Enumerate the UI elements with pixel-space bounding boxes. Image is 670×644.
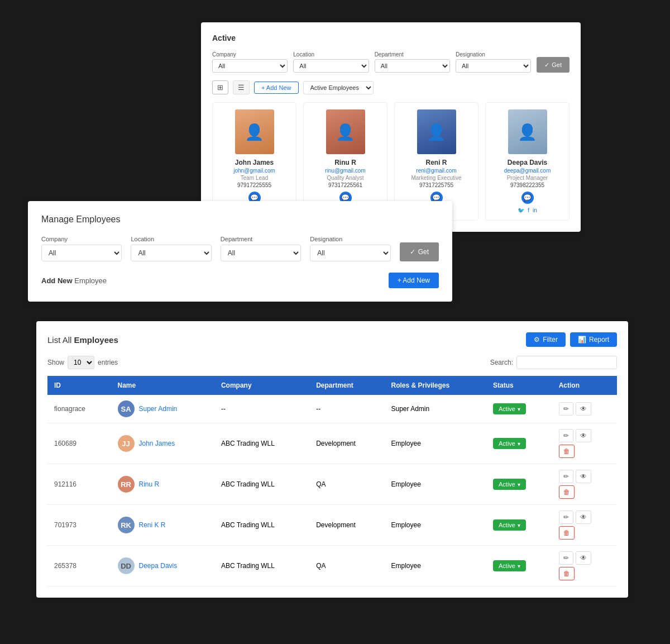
rinu-phone: 97317225561 [308, 182, 382, 188]
employee-name-link[interactable]: Reni K R [139, 521, 166, 529]
list-filter-button[interactable]: ⚙ Filter [526, 332, 566, 347]
cell-id: 701973 [47, 505, 111, 546]
delete-button[interactable]: 🗑 [559, 445, 575, 458]
col-company: Company [214, 376, 309, 395]
active-card-panel: Active Company All Location All Departme… [201, 22, 581, 232]
cell-id: fionagrace [47, 395, 111, 423]
card-designation-select[interactable]: All [456, 59, 531, 73]
manage-department-select[interactable]: All [221, 245, 301, 261]
add-new-text: Add New Employee [41, 276, 107, 285]
delete-button[interactable]: 🗑 [559, 526, 575, 540]
edit-button[interactable]: ✏ [559, 402, 573, 416]
manage-designation-select[interactable]: All [310, 245, 390, 261]
employee-name-link[interactable]: Super Admin [139, 405, 178, 413]
john-avatar-placeholder: 👤 [235, 109, 274, 154]
deepa-facebook-icon[interactable]: f [528, 207, 529, 213]
add-new-employee-button[interactable]: + Add New [389, 273, 439, 288]
grid-view-button[interactable]: ⊞ [212, 80, 228, 94]
report-chart-icon: 📊 [578, 336, 586, 344]
edit-button[interactable]: ✏ [559, 551, 573, 565]
employee-name-link[interactable]: Deepa Davis [139, 562, 178, 570]
action-bottom-row: 🗑 [559, 526, 610, 540]
status-badge[interactable]: Active [493, 560, 526, 571]
col-name: Name [111, 376, 214, 395]
action-buttons: ✏👁🗑 [559, 429, 610, 458]
delete-button[interactable]: 🗑 [559, 485, 575, 499]
card-location-select[interactable]: All [293, 59, 368, 73]
rinu-avatar-placeholder: 👤 [326, 109, 365, 154]
cell-company: -- [214, 395, 309, 423]
card-location-label: Location [293, 51, 368, 58]
emp-avatar-john: 👤 [235, 109, 274, 154]
emp-card-deepa: 👤 Deepa Davis deepa@gmail.com Project Ma… [485, 102, 570, 221]
edit-button[interactable]: ✏ [559, 470, 573, 483]
card-department-select[interactable]: All [375, 59, 450, 73]
status-badge[interactable]: Active [493, 519, 526, 531]
col-status: Status [486, 376, 552, 395]
card-status-select[interactable]: Active Employees [303, 81, 374, 94]
list-employees-panel: List All Employees ⚙ Filter 📊 Report Sho… [36, 321, 628, 598]
reni-avatar-placeholder: 👤 [417, 109, 456, 154]
deepa-role: Project Manager [490, 175, 564, 181]
check-icon-manage: ✓ [410, 248, 415, 256]
action-bottom-row: 🗑 [559, 445, 610, 458]
cell-roles: Employee [384, 505, 486, 546]
status-badge[interactable]: Active [493, 403, 526, 414]
table-row: fionagraceSASuper Admin----Super AdminAc… [47, 395, 617, 423]
card-designation-label: Designation [456, 51, 531, 58]
card-get-button[interactable]: ✓ Get [537, 57, 570, 73]
cell-action: ✏👁🗑 [552, 546, 617, 586]
manage-company-select[interactable]: All [41, 245, 122, 261]
john-name: John James [217, 159, 291, 166]
deepa-email: deepa@gmail.com [490, 168, 564, 174]
name-avatar: JJ [118, 435, 135, 452]
manage-location-filter: Location All [131, 236, 211, 261]
list-report-button[interactable]: 📊 Report [570, 332, 617, 347]
employee-name-link[interactable]: John James [139, 440, 175, 447]
search-input[interactable] [516, 356, 617, 369]
employee-name-link[interactable]: Rinu R [139, 480, 160, 488]
deepa-chat-bubble-icon[interactable]: 💬 [521, 192, 534, 204]
status-badge[interactable]: Active [493, 438, 526, 449]
cell-action: ✏👁🗑 [552, 505, 617, 546]
action-buttons: ✏👁 [559, 402, 610, 416]
table-row: 160689JJJohn JamesABC Trading WLLDevelop… [47, 423, 617, 464]
delete-button[interactable]: 🗑 [559, 567, 575, 580]
card-add-new-button[interactable]: + Add New [254, 82, 299, 94]
name-avatar: SA [118, 400, 135, 417]
cell-action: ✏👁🗑 [552, 423, 617, 464]
reni-role: Marketing Executive [399, 175, 473, 181]
deepa-phone: 97398222355 [490, 182, 564, 188]
card-company-select[interactable]: All [212, 59, 288, 73]
manage-get-button[interactable]: ✓ Get [400, 242, 439, 261]
card-department-filter: Department All [375, 51, 450, 73]
name-avatar: RK [118, 517, 135, 533]
view-button[interactable]: 👁 [576, 429, 591, 442]
cell-department: -- [309, 395, 384, 423]
action-bottom-row: 🗑 [559, 567, 610, 580]
edit-button[interactable]: ✏ [559, 429, 573, 442]
cell-status: Active [486, 464, 552, 505]
card-designation-filter: Designation All [456, 51, 531, 73]
name-cell-content: DDDeepa Davis [118, 557, 208, 574]
status-badge[interactable]: Active [493, 479, 526, 490]
view-button[interactable]: 👁 [576, 551, 591, 565]
view-button[interactable]: 👁 [576, 470, 591, 483]
edit-button[interactable]: ✏ [559, 511, 573, 524]
manage-location-select[interactable]: All [131, 245, 211, 261]
cell-name: RRRinu R [111, 464, 214, 505]
col-department: Department [309, 376, 384, 395]
deepa-linkedin-icon[interactable]: in [533, 207, 537, 213]
cell-name: DDDeepa Davis [111, 546, 214, 586]
deepa-twitter-icon[interactable]: 🐦 [518, 207, 524, 213]
view-button[interactable]: 👁 [576, 402, 591, 416]
entries-count-select[interactable]: 10 [68, 356, 94, 369]
cell-roles: Employee [384, 464, 486, 505]
john-phone: 97917225555 [217, 182, 291, 188]
action-buttons: ✏👁🗑 [559, 470, 610, 499]
view-button[interactable]: 👁 [576, 511, 591, 524]
cell-name: JJJohn James [111, 423, 214, 464]
list-view-button[interactable]: ☰ [233, 80, 250, 94]
manage-designation-filter: Designation All [310, 236, 390, 261]
table-header: ID Name Company Department Roles & Privi… [47, 376, 617, 395]
